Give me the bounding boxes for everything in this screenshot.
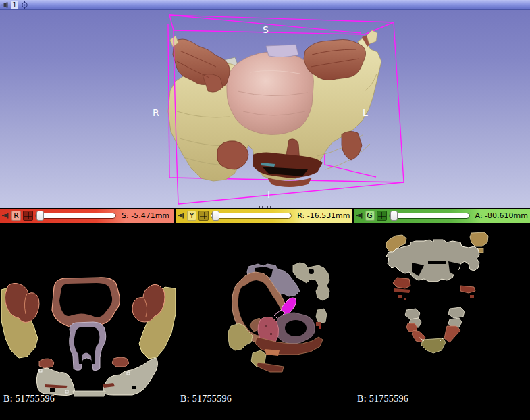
corner-annotation: B: 51755596 (3, 394, 55, 404)
orientation-label-superior: S (263, 24, 269, 35)
view3d-controller-bar[interactable]: 1 (0, 0, 530, 10)
slice-view-red[interactable]: B: 51755596 (0, 224, 177, 419)
view3d-scene: S R L I (0, 10, 530, 206)
view-label-badge: 1 (11, 1, 18, 9)
slice-view-yellow[interactable]: B: 51755596 (177, 224, 354, 419)
slicer-layout: 1 (0, 0, 530, 420)
pane-splitter[interactable] (0, 206, 530, 208)
orientation-label-right: R (153, 107, 159, 118)
slice-view-label: Y (187, 211, 196, 221)
pin-icon[interactable] (356, 212, 363, 219)
axial-slice-image (0, 224, 177, 419)
slice-offset-value: S: -5.471mm (122, 211, 169, 220)
slice-offset-value: A: -80.610mm (475, 211, 528, 220)
segmentation-model (168, 30, 381, 187)
pin-icon[interactable] (1, 1, 9, 9)
slice-view-row: B: 51755596 (0, 224, 530, 419)
crosshair-icon[interactable] (377, 211, 387, 221)
slider-handle[interactable] (212, 211, 219, 221)
orientation-label-left: L (363, 107, 368, 118)
pin-icon[interactable] (178, 212, 185, 219)
coronal-slice-image (354, 224, 530, 419)
slice-offset-value: R: -16.531mm (297, 211, 350, 220)
view3d-viewport[interactable]: S R L I (0, 10, 530, 206)
orientation-label-inferior: I (267, 189, 270, 200)
slice-view-label: R (11, 211, 21, 221)
splitter-handle-icon[interactable] (257, 206, 274, 208)
slider-groove[interactable] (389, 213, 470, 219)
slice-view-label: G (365, 211, 375, 221)
slice-offset-slider[interactable] (389, 210, 470, 221)
slice-offset-slider[interactable] (35, 210, 116, 221)
slice-view-green[interactable]: B: 51755596 (354, 224, 530, 419)
sagittal-slice-image (177, 224, 354, 419)
slice-offset-slider[interactable] (211, 210, 292, 221)
slice-controller-red[interactable]: R S: -5.471mm (0, 209, 174, 223)
crosshair-icon[interactable] (20, 1, 29, 9)
slice-controller-row: R S: -5.471mm Y R: -16.531mm G (0, 208, 530, 224)
crosshair-icon[interactable] (23, 211, 33, 221)
slider-groove[interactable] (211, 213, 292, 219)
slider-handle[interactable] (36, 211, 44, 221)
slider-groove[interactable] (35, 213, 116, 219)
crosshair-icon[interactable] (198, 211, 209, 221)
corner-annotation: B: 51755596 (357, 394, 408, 404)
slider-handle[interactable] (390, 211, 398, 221)
slice-controller-yellow[interactable]: Y R: -16.531mm (176, 209, 352, 223)
pin-icon[interactable] (2, 212, 9, 219)
corner-annotation: B: 51755596 (180, 394, 232, 404)
slice-controller-green[interactable]: G A: -80.610mm (354, 209, 530, 223)
